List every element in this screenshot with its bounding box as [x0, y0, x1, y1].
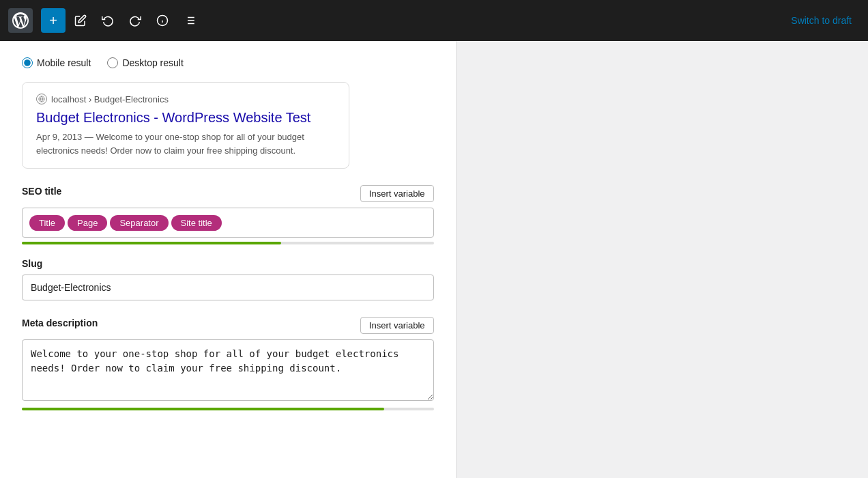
- redo-icon: [129, 14, 141, 27]
- slug-input[interactable]: [22, 275, 434, 300]
- info-icon: [156, 14, 169, 27]
- meta-description-progress-bar: [22, 408, 434, 410]
- preview-title: Budget Electronics - WordPress Website T…: [36, 109, 335, 126]
- preview-url-bar: localhost › Budget-Electronics: [36, 94, 335, 104]
- result-type-radio-group: Mobile result Desktop result: [22, 57, 434, 68]
- right-panel: [456, 41, 869, 478]
- preview-meta: Apr 9, 2013 — Welcome to your one-stop s…: [36, 130, 335, 157]
- mobile-result-radio[interactable]: [22, 57, 33, 68]
- seo-title-section-header: SEO title Insert variable: [22, 185, 434, 202]
- search-preview-card: localhost › Budget-Electronics Budget El…: [22, 82, 349, 169]
- undo-button[interactable]: [96, 8, 120, 33]
- wordpress-icon: [12, 12, 29, 29]
- toolbar: + Switch: [0, 0, 868, 41]
- seo-title-progress-fill: [22, 242, 281, 244]
- slug-label: Slug: [22, 258, 434, 269]
- mobile-result-label[interactable]: Mobile result: [22, 57, 91, 68]
- main-area: Mobile result Desktop result localhost ›…: [0, 41, 868, 478]
- seo-title-field[interactable]: Title Page Separator Site title: [22, 208, 434, 238]
- wp-logo: [8, 8, 33, 33]
- seo-tag-site-title[interactable]: Site title: [171, 215, 222, 231]
- globe-icon: [36, 94, 47, 104]
- undo-icon: [102, 14, 114, 27]
- seo-title-label: SEO title: [22, 186, 61, 197]
- seo-tag-separator[interactable]: Separator: [110, 215, 168, 231]
- edit-icon: [74, 14, 87, 27]
- seo-title-progress-bar: [22, 242, 434, 244]
- seo-tag-title[interactable]: Title: [29, 215, 65, 231]
- list-view-button[interactable]: [177, 8, 202, 33]
- preview-date: Apr 9, 2013: [36, 132, 82, 142]
- mobile-result-text: Mobile result: [37, 57, 91, 68]
- edit-button[interactable]: [68, 8, 93, 33]
- meta-description-label: Meta description: [22, 318, 98, 328]
- meta-description-section-header: Meta description Insert variable: [22, 317, 434, 334]
- redo-button[interactable]: [123, 8, 147, 33]
- meta-description-insert-variable-button[interactable]: Insert variable: [360, 317, 434, 334]
- list-icon: [184, 14, 196, 27]
- desktop-result-radio[interactable]: [107, 57, 118, 68]
- seo-title-insert-variable-button[interactable]: Insert variable: [360, 185, 434, 202]
- content-panel: Mobile result Desktop result localhost ›…: [0, 41, 456, 478]
- preview-separator: —: [85, 132, 96, 142]
- info-button[interactable]: [150, 8, 175, 33]
- desktop-result-text: Desktop result: [122, 57, 183, 68]
- add-button[interactable]: +: [41, 8, 66, 33]
- slug-section: Slug: [22, 258, 434, 300]
- desktop-result-label[interactable]: Desktop result: [107, 57, 183, 68]
- preview-url-text: localhost › Budget-Electronics: [51, 94, 169, 104]
- switch-to-draft-button[interactable]: Switch to draft: [783, 11, 860, 30]
- meta-description-progress-fill: [22, 408, 384, 410]
- seo-tag-page[interactable]: Page: [68, 215, 107, 231]
- meta-description-textarea[interactable]: Welcome to your one-stop shop for all of…: [22, 339, 434, 401]
